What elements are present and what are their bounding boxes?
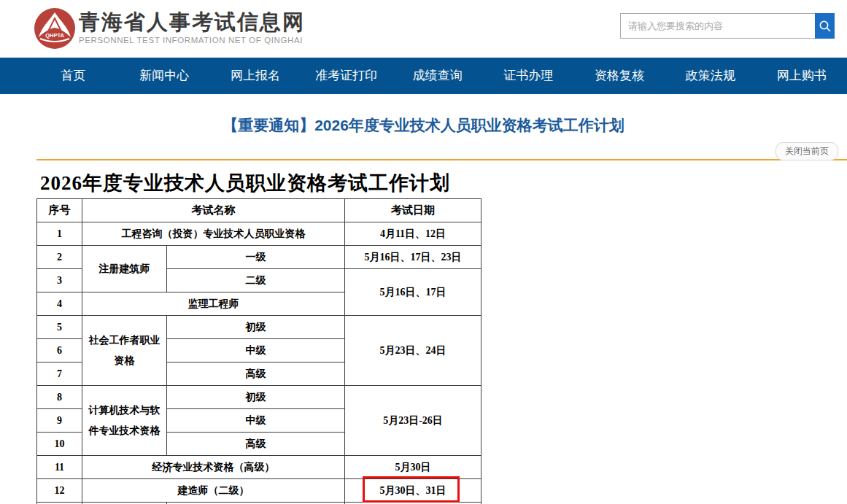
cell-exam-date: 5月30日 [345, 456, 481, 479]
document-heading: 2026年度专业技术人员职业资格考试工作计划 [40, 170, 847, 196]
main-content: 【重要通知】2026年度专业技术人员职业资格考试工作计划 关闭当前页 2026年… [0, 115, 847, 504]
cell-exam-name: 建造师（二级） [82, 479, 345, 503]
close-page-button[interactable]: 关闭当前页 [776, 142, 838, 160]
cell-no: 3 [37, 269, 82, 292]
cell-exam-date: 5月16日、17日 [345, 269, 481, 316]
search-bar [620, 13, 835, 39]
highlighted-date-text: 5月30日、31日 [380, 485, 446, 496]
header-exam-name: 考试名称 [82, 199, 345, 222]
cell-no: 4 [37, 292, 82, 316]
main-nav: 首页 新闻中心 网上报名 准考证打印 成绩查询 证书办理 资格复核 政策法规 网… [0, 58, 847, 94]
header-exam-date: 考试日期 [345, 199, 481, 222]
brand: 青海省人事考试信息网 PERSONNEL TEST INFORMATION NE… [79, 9, 305, 44]
cell-exam-group: 社会工作者职业资格 [82, 316, 167, 386]
cell-exam-level: 初级 [167, 386, 345, 409]
cell-no: 1 [37, 222, 82, 246]
nav-item-book-store[interactable]: 网上购书 [756, 58, 847, 94]
exam-schedule-table: 序号 考试名称 考试日期 1 工程咨询（投资）专业技术人员职业资格 4月11日、… [36, 198, 481, 504]
nav-item-online-registration[interactable]: 网上报名 [210, 58, 301, 94]
table-row: 12 建造师（二级） 5月30日、31日 [37, 479, 481, 503]
table-row: 8 计算机技术与软件专业技术资格 初级 5月23日-26日 [37, 386, 481, 409]
cell-no: 10 [37, 433, 82, 456]
search-input[interactable] [620, 13, 815, 39]
exam-schedule-table-container: 序号 考试名称 考试日期 1 工程咨询（投资）专业技术人员职业资格 4月11日、… [36, 198, 489, 504]
table-row: 5 社会工作者职业资格 初级 5月23日、24日 [37, 316, 481, 339]
cell-no: 5 [37, 316, 82, 339]
site-logo[interactable]: QHPTA [33, 7, 77, 50]
table-row: 1 工程咨询（投资）专业技术人员职业资格 4月11日、12日 [37, 222, 481, 246]
cell-no: 6 [37, 339, 82, 363]
table-row: 11 经济专业技术资格（高级） 5月30日 [37, 456, 481, 479]
cell-exam-name: 工程咨询（投资）专业技术人员职业资格 [82, 222, 345, 246]
cell-exam-name: 监理工程师 [82, 292, 345, 316]
cell-exam-group: 注册建筑师 [82, 246, 167, 292]
cell-exam-date: 5月16日、17日、23日 [345, 246, 481, 269]
nav-item-score-query[interactable]: 成绩查询 [392, 58, 483, 94]
logo-emblem-icon: QHPTA [33, 7, 77, 50]
site-subtitle: PERSONNEL TEST INFORMATION NET OF QINGHA… [79, 36, 305, 44]
cell-exam-date: 5月23日-26日 [345, 386, 481, 456]
article-title: 【重要通知】2026年度专业技术人员职业资格考试工作计划 [0, 115, 847, 136]
cell-no: 12 [37, 479, 82, 503]
search-icon [819, 20, 832, 33]
cell-exam-level: 一级 [167, 246, 345, 269]
cell-exam-level: 中级 [167, 339, 345, 363]
cell-exam-date-highlighted: 5月30日、31日 [345, 479, 481, 503]
header-no: 序号 [37, 199, 82, 222]
cell-exam-level: 高级 [167, 433, 345, 456]
cell-exam-level: 二级 [167, 269, 345, 292]
cell-exam-date: 4月11日、12日 [345, 222, 481, 246]
site-header: QHPTA 青海省人事考试信息网 PERSONNEL TEST INFORMAT… [0, 0, 847, 58]
cell-exam-level: 中级 [167, 409, 345, 433]
close-row: 关闭当前页 [36, 142, 847, 160]
page: QHPTA 青海省人事考试信息网 PERSONNEL TEST INFORMAT… [0, 0, 847, 504]
nav-item-home[interactable]: 首页 [28, 58, 119, 94]
nav-item-qualification-review[interactable]: 资格复核 [574, 58, 665, 94]
table-header-row: 序号 考试名称 考试日期 [37, 199, 481, 222]
cell-no: 7 [37, 363, 82, 386]
cell-exam-level: 高级 [167, 363, 345, 386]
search-button[interactable] [815, 13, 835, 39]
nav-item-news[interactable]: 新闻中心 [119, 58, 210, 94]
cell-exam-level: 初级 [167, 316, 345, 339]
nav-item-certificate[interactable]: 证书办理 [483, 58, 574, 94]
site-title: 青海省人事考试信息网 [79, 9, 305, 34]
cell-no: 11 [37, 456, 82, 479]
logo-text: QHPTA [45, 32, 64, 39]
cell-exam-name: 经济专业技术资格（高级） [82, 456, 345, 479]
table-row: 2 注册建筑师 一级 5月16日、17日、23日 [37, 246, 481, 269]
cell-no: 2 [37, 246, 82, 269]
nav-item-admission-ticket[interactable]: 准考证打印 [301, 58, 392, 94]
cell-no: 9 [37, 409, 82, 433]
nav-item-policies[interactable]: 政策法规 [665, 58, 756, 94]
cell-no: 8 [37, 386, 82, 409]
cell-exam-date: 5月23日、24日 [345, 316, 481, 386]
cell-exam-group: 计算机技术与软件专业技术资格 [82, 386, 167, 456]
